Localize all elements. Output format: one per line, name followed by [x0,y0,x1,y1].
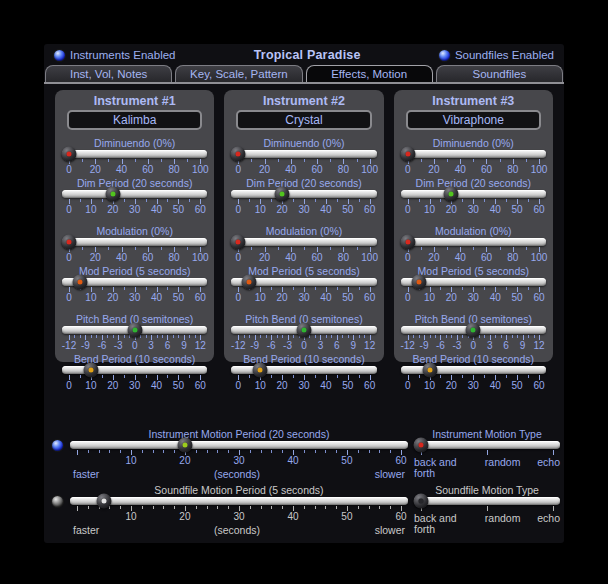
inst3-modulation-track[interactable] [401,238,546,246]
inst3-mod-period-track[interactable] [401,278,546,286]
instrument-motion-type-track[interactable] [414,441,560,449]
soundfile-motion-type-track[interactable] [414,497,560,505]
tick-mark [528,199,529,202]
soundfile-motion-type-option-random[interactable]: random [485,513,521,535]
tick-mark [512,335,513,338]
inst1-instrument-name-box[interactable]: Kalimba [67,110,202,130]
scale-number: 60 [142,253,153,263]
inst1-bend-period-thumb[interactable] [83,363,98,378]
inst3-bend-period-thumb[interactable] [422,363,437,378]
soundfiles-enabled-label: Soundfiles Enabled [455,49,554,61]
scale-number: 12 [195,341,206,351]
inst2-dim-period-thumb[interactable] [275,187,290,202]
inst2-modulation-thumb[interactable] [231,235,246,250]
scale-number: 30 [468,293,479,303]
inst3-pitch-bend-thumb[interactable] [466,323,481,338]
scale-number: 40 [151,381,162,391]
inst2-diminuendo-track[interactable] [231,150,376,158]
tick-mark [77,450,78,455]
inst2-bend-period-track[interactable] [231,366,376,374]
tick-mark [379,450,380,453]
scale-number: 40 [320,293,331,303]
scale-number: 80 [507,253,518,263]
inst3-diminuendo-track[interactable] [401,150,546,158]
inst2-diminuendo-thumb[interactable] [231,147,246,162]
instrument-motion-type-option-echo[interactable]: echo [537,457,560,479]
inst1-dim-period-track[interactable] [62,190,207,198]
instrument-motion-type-option-back-and-forth[interactable]: back and forth [414,457,468,479]
instruments-enabled-led-icon[interactable] [54,50,65,61]
inst3-bend-period-track[interactable] [401,366,546,374]
soundfile-motion-type-option-back-and-forth[interactable]: back and forth [414,513,468,535]
inst1-mod-period-thumb-dot [77,280,82,285]
inst3-diminuendo-thumb[interactable] [400,147,415,162]
tick-mark [135,159,136,162]
instruments-enabled-checkbox[interactable]: Instruments Enabled [54,49,175,61]
instrument-motion-period-track[interactable] [70,441,408,449]
inst1-bend-period-track[interactable] [62,366,207,374]
inst2-mod-period-thumb[interactable] [242,275,257,290]
inst1-mod-period-slider: Mod Period (5 seconds)0102030405060 [62,265,207,304]
inst3-instrument-name-box[interactable]: Vibraphone [406,110,541,130]
tick-mark [120,506,121,509]
soundfiles-enabled-checkbox[interactable]: Soundfiles Enabled [439,49,554,61]
inst2-modulation-scale-numbers: 020406080100 [231,253,376,264]
inst3-mod-period-thumb[interactable] [411,275,426,290]
inst2-modulation-track[interactable] [231,238,376,246]
scale-number: 100 [531,253,548,263]
inst3-mod-period-rail [408,278,539,286]
caption-seconds: (seconds) [214,524,260,536]
tab-key-scale-pattern[interactable]: Key, Scale, Pattern [175,65,302,82]
soundfile-motion-type-option-echo[interactable]: echo [537,513,560,535]
inst2-mod-period-track[interactable] [231,278,376,286]
tick-mark [102,375,103,378]
inst2-pitch-bend-thumb[interactable] [296,323,311,338]
inst1-mod-period-thumb[interactable] [72,275,87,290]
soundfile-motion-led-icon[interactable] [52,496,63,507]
instrument-motion-period-thumb[interactable] [177,438,192,453]
tick-mark [157,335,158,338]
inst1-modulation-track[interactable] [62,238,207,246]
inst1-pitch-bend-track[interactable] [62,326,207,334]
inst1-mod-period-track[interactable] [62,278,207,286]
inst2-instrument-name-box[interactable]: Crystal [236,110,371,130]
tab-bar: Inst, Vol, NotesKey, Scale, PatternEffec… [44,65,564,84]
instrument-motion-led-icon[interactable] [52,440,63,451]
scale-number: 30 [129,381,140,391]
tab-effects-motion[interactable]: Effects, Motion [306,65,433,82]
inst1-diminuendo-thumb[interactable] [62,147,77,162]
inst1-modulation-thumb[interactable] [62,235,77,250]
tab-soundfiles[interactable]: Soundfiles [436,65,563,82]
inst2-pitch-bend-track[interactable] [231,326,376,334]
scale-number: 60 [481,253,492,263]
inst1-modulation-thumb-dot [67,240,72,245]
inst3-dim-period-thumb[interactable] [444,187,459,202]
inst1-dim-period-thumb[interactable] [105,187,120,202]
tab-inst-vol-notes[interactable]: Inst, Vol, Notes [45,65,172,82]
instrument-motion-type-thumb[interactable] [414,438,429,453]
inst1-diminuendo-track[interactable] [62,150,207,158]
tick-mark [528,335,529,338]
soundfile-motion-period-track[interactable] [70,497,408,505]
inst1-pitch-bend-thumb[interactable] [127,323,142,338]
scale-number: 0 [405,205,411,215]
inst2-bend-period-thumb[interactable] [253,363,268,378]
tick-mark [271,375,272,378]
soundfiles-enabled-led-icon[interactable] [439,50,450,61]
tick-mark [304,450,305,453]
inst2-dim-period-track[interactable] [231,190,376,198]
scale-number: 60 [481,165,492,175]
soundfile-motion-period-thumb[interactable] [96,494,111,509]
instrument-motion-type-ticks [414,450,560,455]
inst3-pitch-bend-track[interactable] [401,326,546,334]
inst3-modulation-thumb[interactable] [400,235,415,250]
instrument-motion-captions: faster(seconds)slower [70,468,408,480]
inst3-dim-period-track[interactable] [401,190,546,198]
scale-number: 10 [85,293,96,303]
soundfile-motion-type-thumb[interactable] [414,494,429,509]
tick-mark [447,247,448,250]
scale-number: 80 [169,165,180,175]
instrument-motion-type-option-random[interactable]: random [485,457,521,479]
tick-mark [553,450,554,455]
tick-mark [196,450,197,453]
